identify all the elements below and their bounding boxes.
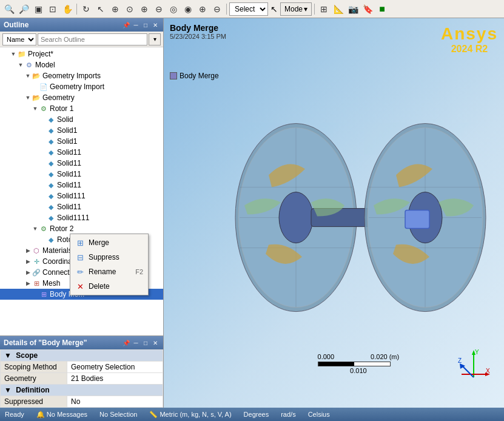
details-pin-btn[interactable]: 📌 bbox=[122, 338, 130, 347]
expander-rotor1[interactable]: ▼ bbox=[32, 105, 39, 112]
label-geom-imports: Geometry Imports bbox=[42, 72, 101, 80]
nav-btn3[interactable]: ◎ bbox=[167, 2, 180, 16]
pan-btn[interactable]: ✋ bbox=[61, 2, 74, 16]
ruler-btn[interactable]: 📐 bbox=[332, 2, 345, 16]
rotormodel-icon: ◆ bbox=[46, 235, 56, 244]
tree-item-solid11b[interactable]: ▷ ◆ Solid11 bbox=[0, 158, 163, 169]
delete-icon: ✕ bbox=[75, 281, 85, 291]
nav-btn6[interactable]: ⊖ bbox=[210, 2, 224, 16]
scope-expand[interactable]: ▼ bbox=[4, 351, 12, 360]
label-solid11c: Solid11 bbox=[57, 170, 81, 178]
fit-btn[interactable]: ⊡ bbox=[46, 2, 59, 16]
solid111-icon: ◆ bbox=[46, 191, 56, 201]
viewport-header: Body Merge 5/23/2024 3:15 PM bbox=[170, 23, 226, 40]
nav-btn4[interactable]: ◉ bbox=[181, 2, 195, 16]
outline-title: Outline bbox=[4, 21, 29, 29]
zoom-in-btn[interactable]: 🔎 bbox=[17, 2, 30, 16]
name-select[interactable]: Name bbox=[2, 33, 36, 45]
model-svg bbox=[232, 103, 487, 333]
camera-btn[interactable]: 📷 bbox=[346, 2, 360, 16]
expander-rotor2[interactable]: ▼ bbox=[32, 225, 39, 232]
rename-icon: ✏ bbox=[75, 267, 85, 277]
tree-item-project[interactable]: ▼ 📁 Project* bbox=[0, 49, 163, 59]
tree-item-rotor1[interactable]: ▼ ⚙ Rotor 1 bbox=[0, 103, 163, 114]
expander-mesh[interactable]: ▶ bbox=[24, 280, 32, 287]
viewport-title: Body Merge bbox=[170, 23, 226, 33]
expander-geom-imports[interactable]: ▼ bbox=[24, 72, 32, 79]
scoping-method-value[interactable]: Geometry Selection bbox=[67, 362, 163, 373]
context-merge[interactable]: ⊞ Merge bbox=[70, 235, 148, 250]
scoping-method-name: Scoping Method bbox=[1, 362, 67, 373]
tree-item-solid1b[interactable]: ▷ ◆ Solid1 bbox=[0, 136, 163, 147]
label-geometry: Geometry bbox=[42, 93, 75, 102]
details-float-btn[interactable]: □ bbox=[141, 338, 150, 347]
zoom-out-btn[interactable]: 🔍 bbox=[2, 2, 16, 16]
definition-expand[interactable]: ▼ bbox=[4, 386, 12, 394]
3d-model bbox=[232, 103, 487, 333]
details-close-btn[interactable]: ✕ bbox=[151, 338, 160, 347]
sep1 bbox=[76, 4, 77, 15]
svg-point-6 bbox=[279, 192, 313, 243]
grid-btn[interactable]: ⊞ bbox=[317, 2, 331, 16]
expander-project[interactable]: ▼ bbox=[10, 50, 17, 58]
tree-item-solid11d[interactable]: ▷ ◆ Solid11 bbox=[0, 180, 163, 190]
minimize-button[interactable]: ─ bbox=[132, 21, 140, 29]
mesh-icon: ⊞ bbox=[32, 278, 41, 288]
expander-connections[interactable]: ▶ bbox=[24, 269, 32, 276]
viewport[interactable]: Body Merge 5/23/2024 3:15 PM Body Merge … bbox=[164, 18, 504, 408]
zoom-fit-btn[interactable]: ⊙ bbox=[123, 2, 136, 16]
search-dropdown-btn[interactable]: ▾ bbox=[149, 33, 161, 45]
expander-coordsys[interactable]: ▶ bbox=[24, 258, 32, 265]
label-solid1111: Solid1111 bbox=[57, 214, 89, 222]
nav-btn5[interactable]: ⊕ bbox=[196, 2, 209, 16]
context-menu: ⊞ Merge ⊟ Suppress ✏ Rename F2 ✕ Delete bbox=[70, 234, 149, 295]
green-btn[interactable]: ■ bbox=[375, 2, 389, 16]
label-solid11e: Solid11 bbox=[57, 203, 81, 211]
context-suppress[interactable]: ⊟ Suppress bbox=[70, 250, 148, 264]
tree-item-rotor2[interactable]: ▼ ⚙ Rotor 2 bbox=[0, 223, 163, 234]
nav-btn1[interactable]: ⊕ bbox=[138, 2, 151, 16]
expander-geometry[interactable]: ▼ bbox=[24, 94, 32, 101]
context-rename[interactable]: ✏ Rename F2 bbox=[70, 264, 148, 279]
label-materials: Materials bbox=[42, 246, 72, 255]
outline-header: Outline 📌 ─ □ ✕ bbox=[0, 18, 163, 32]
ansys-name: Ansys bbox=[441, 24, 498, 44]
suppressed-value[interactable]: No bbox=[67, 396, 163, 408]
label-solid11a: Solid11 bbox=[57, 148, 81, 157]
pick-btn[interactable]: ⊕ bbox=[109, 2, 122, 16]
solid11e-icon: ◆ bbox=[46, 202, 56, 212]
box-btn[interactable]: ▣ bbox=[32, 2, 45, 16]
pin-button[interactable]: 📌 bbox=[122, 21, 130, 29]
annot-btn[interactable]: 🔖 bbox=[361, 2, 374, 16]
tree-item-solid1111[interactable]: ▷ ◆ Solid1111 bbox=[0, 212, 163, 223]
tree-item-solid11a[interactable]: ▷ ◆ Solid11 bbox=[0, 147, 163, 158]
tree-item-geom-import[interactable]: ▷ 📄 Geometry Import bbox=[0, 81, 163, 92]
expander-model[interactable]: ▼ bbox=[17, 61, 24, 69]
mode-button[interactable]: Mode ▾ bbox=[280, 2, 312, 16]
cursor-btn[interactable]: ↖ bbox=[94, 2, 107, 16]
tree-item-solid11e[interactable]: ▷ ◆ Solid11 bbox=[0, 201, 163, 212]
details-min-btn[interactable]: ─ bbox=[132, 338, 140, 347]
close-button[interactable]: ✕ bbox=[151, 21, 160, 29]
tree-item-solid11c[interactable]: ▷ ◆ Solid11 bbox=[0, 169, 163, 180]
viewport-subtitle: 5/23/2024 3:15 PM bbox=[170, 33, 226, 40]
select-dropdown[interactable]: Select bbox=[229, 2, 268, 16]
tree-item-model[interactable]: ▼ ⚙ Model bbox=[0, 59, 163, 70]
rotate-btn[interactable]: ↻ bbox=[79, 2, 93, 16]
tree-item-geometry[interactable]: ▼ 📂 Geometry bbox=[0, 92, 163, 103]
suppress-icon: ⊟ bbox=[75, 252, 85, 262]
context-delete[interactable]: ✕ Delete bbox=[70, 279, 148, 294]
expander-materials[interactable]: ▶ bbox=[24, 247, 32, 254]
geometry-value[interactable]: 21 Bodies bbox=[67, 373, 163, 385]
tree-item-solid[interactable]: ▷ ◆ Solid bbox=[0, 114, 163, 125]
tree-item-solid111[interactable]: ▷ ◆ Solid111 bbox=[0, 190, 163, 201]
tree-item-solid1a[interactable]: ▷ ◆ Solid1 bbox=[0, 125, 163, 136]
float-button[interactable]: □ bbox=[141, 21, 150, 29]
nav-btn2[interactable]: ⊖ bbox=[152, 2, 166, 16]
tree-item-geom-imports[interactable]: ▼ 📂 Geometry Imports bbox=[0, 70, 163, 81]
body-merge-checkbox[interactable] bbox=[170, 72, 177, 79]
metric-icon: 📏 bbox=[149, 411, 158, 419]
search-input[interactable] bbox=[38, 33, 147, 45]
solid1a-icon: ◆ bbox=[46, 126, 56, 135]
label-solid11b: Solid11 bbox=[57, 159, 81, 167]
